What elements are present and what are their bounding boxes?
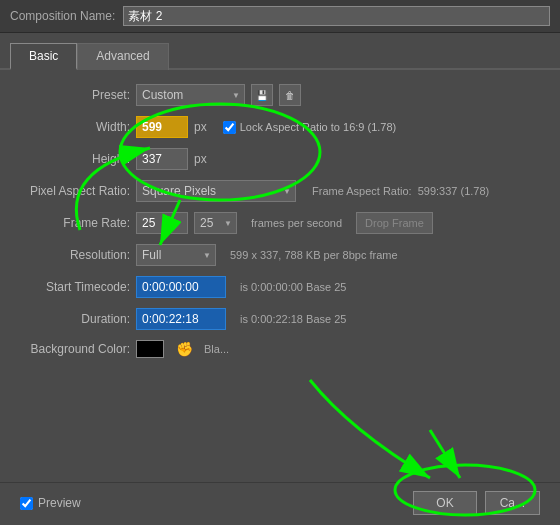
framerate-row: Frame Rate: 25 24 30 60 frames per secon… <box>20 212 540 234</box>
preview-label: Preview <box>38 496 81 510</box>
framerate-input[interactable] <box>136 212 188 234</box>
bgcolor-swatch[interactable] <box>136 340 164 358</box>
ok-button[interactable]: OK <box>413 491 476 515</box>
resolution-info: 599 x 337, 788 KB per 8bpc frame <box>230 249 398 261</box>
preset-save-button[interactable]: 💾 <box>251 84 273 106</box>
width-unit: px <box>194 120 207 134</box>
title-bar: Composition Name: <box>0 0 560 33</box>
par-select[interactable]: Square Pixels D1/DV NTSC (0.91) D1/DV PA… <box>136 180 296 202</box>
par-select-wrapper[interactable]: Square Pixels D1/DV NTSC (0.91) D1/DV PA… <box>136 180 296 202</box>
lock-aspect-label: Lock Aspect Ratio to 16:9 (1.78) <box>240 121 397 133</box>
bgcolor-info: Bla... <box>204 343 229 355</box>
width-label: Width: <box>20 120 130 134</box>
resolution-select-wrapper[interactable]: Full Half Third Quarter Custom <box>136 244 216 266</box>
cancel-button[interactable]: Ca... <box>485 491 540 515</box>
composition-name-input[interactable] <box>123 6 550 26</box>
width-input[interactable] <box>136 116 188 138</box>
framerate-select-wrapper[interactable]: 25 24 30 60 <box>194 212 237 234</box>
startcode-info: is 0:00:00:00 Base 25 <box>240 281 346 293</box>
duration-row: Duration: is 0:00:22:18 Base 25 <box>20 308 540 330</box>
width-row: Width: px Lock Aspect Ratio to 16:9 (1.7… <box>20 116 540 138</box>
composition-name-label: Composition Name: <box>10 9 115 23</box>
bgcolor-row: Background Color: ✊ Bla... <box>20 340 540 358</box>
resolution-row: Resolution: Full Half Third Quarter Cust… <box>20 244 540 266</box>
lock-aspect-wrapper: Lock Aspect Ratio to 16:9 (1.78) <box>223 121 397 134</box>
duration-input[interactable] <box>136 308 226 330</box>
tab-basic[interactable]: Basic <box>10 43 77 70</box>
par-label: Pixel Aspect Ratio: <box>20 184 130 198</box>
preview-wrapper: Preview <box>20 496 81 510</box>
duration-info: is 0:00:22:18 Base 25 <box>240 313 346 325</box>
dialog-footer: Preview OK Ca... <box>0 482 560 525</box>
preset-label: Preset: <box>20 88 130 102</box>
preset-select[interactable]: Custom HDTV 1080 24 HDTV 1080 25 NTSC DV <box>136 84 245 106</box>
par-row: Pixel Aspect Ratio: Square Pixels D1/DV … <box>20 180 540 202</box>
framerate-select[interactable]: 25 24 30 60 <box>194 212 237 234</box>
dialog-body: Preset: Custom HDTV 1080 24 HDTV 1080 25… <box>0 70 560 482</box>
drop-frame-button[interactable]: Drop Frame <box>356 212 433 234</box>
preview-checkbox[interactable] <box>20 497 33 510</box>
lock-aspect-checkbox[interactable] <box>223 121 236 134</box>
far-label: Frame Aspect Ratio: <box>312 185 412 197</box>
preset-delete-button[interactable]: 🗑 <box>279 84 301 106</box>
startcode-input[interactable] <box>136 276 226 298</box>
resolution-select[interactable]: Full Half Third Quarter Custom <box>136 244 216 266</box>
height-row: Height: px <box>20 148 540 170</box>
far-value: 599:337 (1.78) <box>418 185 490 197</box>
tabs-row: Basic Advanced <box>0 33 560 70</box>
duration-label: Duration: <box>20 312 130 326</box>
tab-advanced[interactable]: Advanced <box>77 43 168 70</box>
height-label: Height: <box>20 152 130 166</box>
framerate-label: Frame Rate: <box>20 216 130 230</box>
preset-row: Preset: Custom HDTV 1080 24 HDTV 1080 25… <box>20 84 540 106</box>
height-unit: px <box>194 152 207 166</box>
framerate-unit: frames per second <box>251 217 342 229</box>
eyedropper-icon[interactable]: ✊ <box>176 341 193 357</box>
preset-select-wrapper[interactable]: Custom HDTV 1080 24 HDTV 1080 25 NTSC DV <box>136 84 245 106</box>
footer-buttons: OK Ca... <box>413 491 540 515</box>
resolution-label: Resolution: <box>20 248 130 262</box>
startcode-label: Start Timecode: <box>20 280 130 294</box>
startcode-row: Start Timecode: is 0:00:00:00 Base 25 <box>20 276 540 298</box>
height-input[interactable] <box>136 148 188 170</box>
bgcolor-label: Background Color: <box>20 342 130 356</box>
